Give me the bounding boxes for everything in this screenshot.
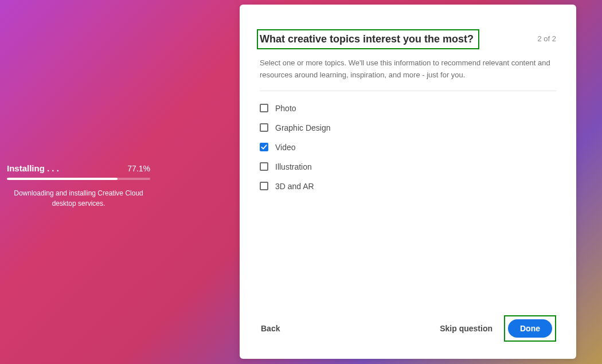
card-heading: What creative topics interest you the mo… — [257, 29, 479, 49]
progress-label: Installing . . . — [7, 163, 59, 173]
card-header: What creative topics interest you the mo… — [260, 33, 556, 49]
progress-bar — [7, 178, 150, 180]
option-row[interactable]: Graphic Design — [260, 123, 556, 132]
checkbox[interactable] — [260, 162, 268, 171]
option-label: Photo — [275, 104, 296, 113]
option-label: Graphic Design — [275, 123, 331, 132]
checkbox[interactable] — [260, 143, 268, 151]
footer-right: Skip question Done — [440, 315, 556, 342]
progress-bar-fill — [7, 178, 118, 180]
divider — [260, 91, 556, 91]
onboarding-card: What creative topics interest you the mo… — [240, 5, 576, 359]
topic-options: PhotoGraphic DesignVideoIllustration3D a… — [260, 104, 556, 191]
step-counter: 2 of 2 — [537, 34, 556, 43]
check-icon — [261, 144, 267, 150]
progress-description: Downloading and installing Creative Clou… — [7, 188, 150, 209]
card-footer: Back Skip question Done — [260, 315, 556, 342]
done-button-highlight: Done — [504, 315, 556, 342]
option-label: Illustration — [275, 162, 312, 171]
checkbox[interactable] — [260, 104, 268, 112]
install-progress-panel: Installing . . . 77.1% Downloading and i… — [7, 163, 150, 209]
done-button[interactable]: Done — [508, 319, 552, 338]
option-row[interactable]: 3D and AR — [260, 182, 556, 191]
skip-question-button[interactable]: Skip question — [440, 324, 492, 333]
option-row[interactable]: Photo — [260, 104, 556, 113]
option-row[interactable]: Illustration — [260, 162, 556, 171]
checkbox[interactable] — [260, 182, 268, 190]
option-label: Video — [275, 143, 296, 152]
option-label: 3D and AR — [275, 182, 314, 191]
progress-header: Installing . . . 77.1% — [7, 163, 150, 173]
option-row[interactable]: Video — [260, 143, 556, 152]
checkbox[interactable] — [260, 123, 268, 132]
back-button[interactable]: Back — [260, 322, 281, 335]
card-subtitle: Select one or more topics. We'll use thi… — [260, 57, 556, 81]
progress-percent: 77.1% — [127, 164, 150, 173]
